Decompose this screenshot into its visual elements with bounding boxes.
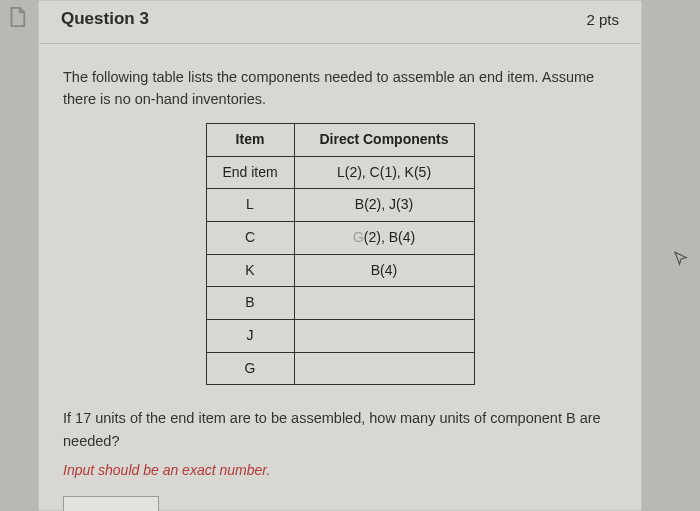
answer-input[interactable]: [63, 496, 159, 511]
table-row: C G(2), B(4): [206, 222, 474, 255]
cell-item: K: [206, 254, 294, 287]
question-card: Question 3 2 pts The following table lis…: [38, 0, 642, 511]
question-text: If 17 units of the end item are to be as…: [63, 407, 617, 452]
components-table: Item Direct Components End item L(2), C(…: [206, 123, 475, 386]
cell-item: J: [206, 320, 294, 353]
cell-item: G: [206, 352, 294, 385]
cell-item: L: [206, 189, 294, 222]
cell-item: B: [206, 287, 294, 320]
cell-comp: B(4): [294, 254, 474, 287]
question-points: 2 pts: [586, 11, 619, 28]
question-intro: The following table lists the components…: [63, 66, 617, 111]
table-row: L B(2), J(3): [206, 189, 474, 222]
cell-comp: [294, 320, 474, 353]
cell-item: End item: [206, 156, 294, 189]
table-header-row: Item Direct Components: [206, 123, 474, 156]
cell-comp: [294, 352, 474, 385]
header-item: Item: [206, 123, 294, 156]
cell-comp: L(2), C(1), K(5): [294, 156, 474, 189]
table-row: B: [206, 287, 474, 320]
header-comp: Direct Components: [294, 123, 474, 156]
input-hint: Input should be an exact number.: [63, 460, 617, 482]
cell-comp: B(2), J(3): [294, 189, 474, 222]
cell-comp: G(2), B(4): [294, 222, 474, 255]
components-table-wrap: Item Direct Components End item L(2), C(…: [63, 123, 617, 386]
table-row: K B(4): [206, 254, 474, 287]
table-row: End item L(2), C(1), K(5): [206, 156, 474, 189]
card-header: Question 3 2 pts: [39, 1, 641, 44]
cell-comp: [294, 287, 474, 320]
question-number: Question 3: [61, 9, 149, 29]
cursor-icon: [672, 250, 690, 268]
table-row: J: [206, 320, 474, 353]
card-body: The following table lists the components…: [39, 44, 641, 511]
table-row: G: [206, 352, 474, 385]
cell-item: C: [206, 222, 294, 255]
page-outline-icon: [6, 6, 28, 28]
